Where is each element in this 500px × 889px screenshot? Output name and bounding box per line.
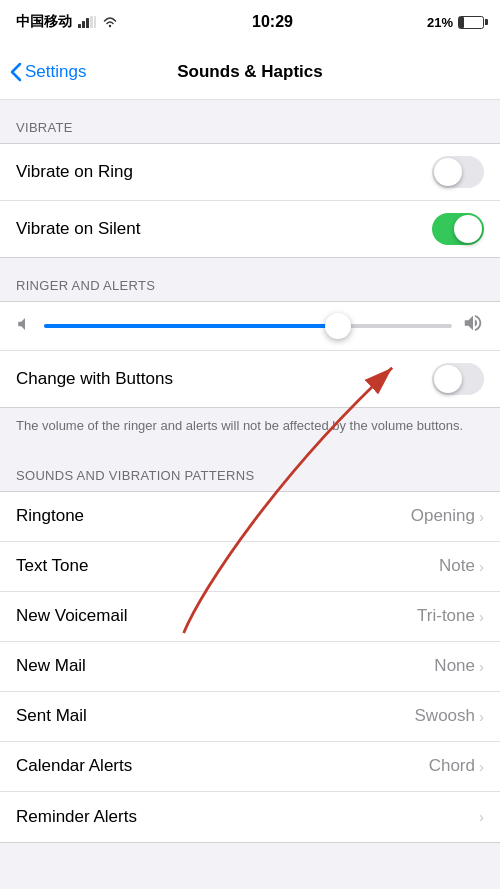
back-chevron-icon [10, 62, 22, 82]
status-bar: 中国移动 10:29 21% [0, 0, 500, 44]
calendar-alerts-value: Chord [429, 756, 475, 776]
volume-slider-thumb[interactable] [325, 313, 351, 339]
battery-percent: 21% [427, 15, 453, 30]
new-mail-chevron-icon: › [479, 658, 484, 675]
page-title: Sounds & Haptics [177, 62, 322, 82]
ringer-alerts-header: RINGER AND ALERTS [0, 258, 500, 301]
new-voicemail-chevron-icon: › [479, 608, 484, 625]
svg-rect-3 [90, 16, 93, 28]
ringtone-value: Opening [411, 506, 475, 526]
volume-high-icon [462, 312, 484, 340]
status-left: 中国移动 [16, 13, 118, 31]
change-with-buttons-label: Change with Buttons [16, 369, 173, 389]
change-with-buttons-knob [434, 365, 462, 393]
svg-rect-1 [82, 21, 85, 28]
svg-rect-4 [94, 16, 96, 28]
volume-slider-fill [44, 324, 338, 328]
wifi-icon [102, 16, 118, 28]
ringtone-right: Opening › [411, 506, 484, 526]
back-button[interactable]: Settings [10, 62, 86, 82]
svg-rect-0 [78, 24, 81, 28]
battery-icon [458, 16, 484, 29]
new-voicemail-row[interactable]: New Voicemail Tri-tone › [0, 592, 500, 642]
status-time: 10:29 [252, 13, 293, 31]
new-voicemail-label: New Voicemail [16, 606, 128, 626]
sent-mail-right: Swoosh › [415, 706, 484, 726]
carrier-label: 中国移动 [16, 13, 72, 31]
ringer-info-text: The volume of the ringer and alerts will… [0, 408, 500, 448]
vibrate-section: VIBRATE Vibrate on Ring Vibrate on Silen… [0, 100, 500, 258]
nav-bar: Settings Sounds & Haptics [0, 44, 500, 100]
new-voicemail-value: Tri-tone [417, 606, 475, 626]
ringtone-chevron-icon: › [479, 508, 484, 525]
change-with-buttons-row: Change with Buttons [0, 351, 500, 407]
volume-slider-row[interactable] [0, 302, 500, 351]
text-tone-label: Text Tone [16, 556, 88, 576]
sounds-patterns-header: SOUNDS AND VIBRATION PATTERNS [0, 448, 500, 491]
vibrate-on-ring-knob [434, 158, 462, 186]
sent-mail-chevron-icon: › [479, 708, 484, 725]
volume-low-icon [16, 315, 34, 337]
ringer-alerts-group: Change with Buttons [0, 301, 500, 408]
calendar-alerts-right: Chord › [429, 756, 484, 776]
sent-mail-label: Sent Mail [16, 706, 87, 726]
reminder-alerts-right: › [475, 808, 484, 825]
vibrate-group: Vibrate on Ring Vibrate on Silent [0, 143, 500, 258]
new-mail-row[interactable]: New Mail None › [0, 642, 500, 692]
signal-icon [78, 16, 96, 28]
vibrate-on-silent-toggle[interactable] [432, 213, 484, 245]
vibrate-on-silent-row: Vibrate on Silent [0, 201, 500, 257]
new-mail-label: New Mail [16, 656, 86, 676]
status-right: 21% [427, 15, 484, 30]
sent-mail-value: Swoosh [415, 706, 475, 726]
volume-slider-track[interactable] [44, 324, 452, 328]
svg-rect-2 [86, 18, 89, 28]
reminder-alerts-label: Reminder Alerts [16, 807, 137, 827]
vibrate-on-ring-label: Vibrate on Ring [16, 162, 133, 182]
calendar-alerts-chevron-icon: › [479, 758, 484, 775]
change-with-buttons-toggle[interactable] [432, 363, 484, 395]
reminder-alerts-row[interactable]: Reminder Alerts › [0, 792, 500, 842]
new-mail-value: None [434, 656, 475, 676]
text-tone-right: Note › [439, 556, 484, 576]
text-tone-chevron-icon: › [479, 558, 484, 575]
svg-point-5 [109, 25, 111, 27]
new-voicemail-right: Tri-tone › [417, 606, 484, 626]
ringtone-label: Ringtone [16, 506, 84, 526]
text-tone-row[interactable]: Text Tone Note › [0, 542, 500, 592]
ringer-alerts-section: RINGER AND ALERTS [0, 258, 500, 448]
calendar-alerts-label: Calendar Alerts [16, 756, 132, 776]
sounds-patterns-group: Ringtone Opening › Text Tone Note › New … [0, 491, 500, 843]
back-label: Settings [25, 62, 86, 82]
new-mail-right: None › [434, 656, 484, 676]
vibrate-on-silent-label: Vibrate on Silent [16, 219, 140, 239]
battery-fill [459, 17, 464, 28]
vibrate-on-silent-knob [454, 215, 482, 243]
ringtone-row[interactable]: Ringtone Opening › [0, 492, 500, 542]
reminder-alerts-chevron-icon: › [479, 808, 484, 825]
text-tone-value: Note [439, 556, 475, 576]
vibrate-section-header: VIBRATE [0, 100, 500, 143]
vibrate-on-ring-row: Vibrate on Ring [0, 144, 500, 201]
sent-mail-row[interactable]: Sent Mail Swoosh › [0, 692, 500, 742]
vibrate-on-ring-toggle[interactable] [432, 156, 484, 188]
sounds-patterns-section: SOUNDS AND VIBRATION PATTERNS Ringtone O… [0, 448, 500, 843]
calendar-alerts-row[interactable]: Calendar Alerts Chord › [0, 742, 500, 792]
